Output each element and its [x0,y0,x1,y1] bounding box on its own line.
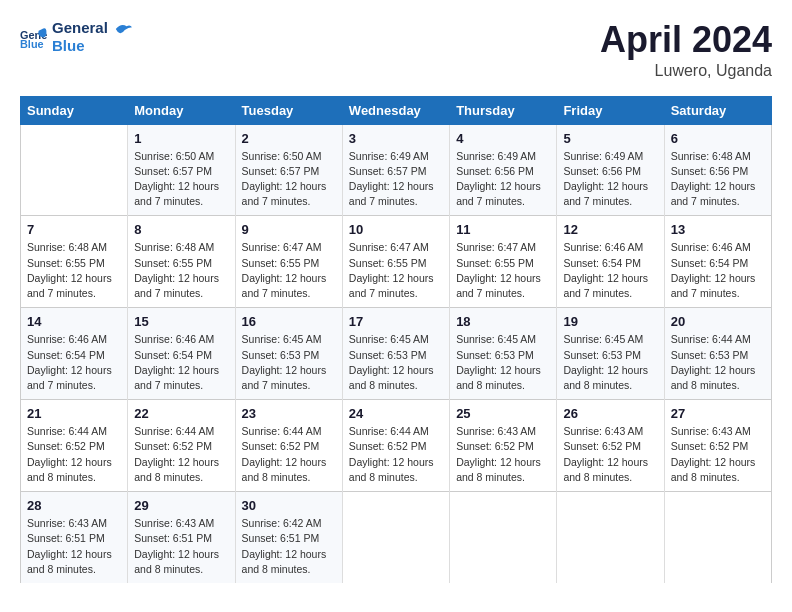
day-info: Sunrise: 6:46 AM Sunset: 6:54 PM Dayligh… [134,332,228,393]
calendar-cell: 15Sunrise: 6:46 AM Sunset: 6:54 PM Dayli… [128,308,235,400]
day-info: Sunrise: 6:45 AM Sunset: 6:53 PM Dayligh… [456,332,550,393]
calendar-cell: 20Sunrise: 6:44 AM Sunset: 6:53 PM Dayli… [664,308,771,400]
day-number: 13 [671,222,765,237]
day-info: Sunrise: 6:45 AM Sunset: 6:53 PM Dayligh… [349,332,443,393]
calendar-cell: 2Sunrise: 6:50 AM Sunset: 6:57 PM Daylig… [235,124,342,216]
day-info: Sunrise: 6:48 AM Sunset: 6:55 PM Dayligh… [27,240,121,301]
day-number: 2 [242,131,336,146]
day-info: Sunrise: 6:46 AM Sunset: 6:54 PM Dayligh… [27,332,121,393]
day-number: 24 [349,406,443,421]
day-info: Sunrise: 6:50 AM Sunset: 6:57 PM Dayligh… [134,149,228,210]
day-number: 9 [242,222,336,237]
day-info: Sunrise: 6:48 AM Sunset: 6:55 PM Dayligh… [134,240,228,301]
calendar-cell: 21Sunrise: 6:44 AM Sunset: 6:52 PM Dayli… [21,400,128,492]
calendar-cell: 28Sunrise: 6:43 AM Sunset: 6:51 PM Dayli… [21,492,128,583]
day-info: Sunrise: 6:44 AM Sunset: 6:52 PM Dayligh… [242,424,336,485]
calendar-cell: 7Sunrise: 6:48 AM Sunset: 6:55 PM Daylig… [21,216,128,308]
calendar-cell [21,124,128,216]
calendar-cell: 16Sunrise: 6:45 AM Sunset: 6:53 PM Dayli… [235,308,342,400]
calendar-cell: 5Sunrise: 6:49 AM Sunset: 6:56 PM Daylig… [557,124,664,216]
location-subtitle: Luwero, Uganda [600,62,772,80]
day-number: 26 [563,406,657,421]
day-info: Sunrise: 6:46 AM Sunset: 6:54 PM Dayligh… [563,240,657,301]
calendar-table: SundayMondayTuesdayWednesdayThursdayFrid… [20,96,772,583]
calendar-cell: 17Sunrise: 6:45 AM Sunset: 6:53 PM Dayli… [342,308,449,400]
column-header-thursday: Thursday [450,96,557,124]
day-info: Sunrise: 6:49 AM Sunset: 6:56 PM Dayligh… [563,149,657,210]
day-number: 28 [27,498,121,513]
day-number: 27 [671,406,765,421]
calendar-cell: 11Sunrise: 6:47 AM Sunset: 6:55 PM Dayli… [450,216,557,308]
week-row-5: 28Sunrise: 6:43 AM Sunset: 6:51 PM Dayli… [21,492,772,583]
calendar-cell: 10Sunrise: 6:47 AM Sunset: 6:55 PM Dayli… [342,216,449,308]
logo-blue: Blue [52,38,132,55]
day-info: Sunrise: 6:44 AM Sunset: 6:53 PM Dayligh… [671,332,765,393]
title-block: April 2024 Luwero, Uganda [600,20,772,80]
day-info: Sunrise: 6:48 AM Sunset: 6:56 PM Dayligh… [671,149,765,210]
day-info: Sunrise: 6:43 AM Sunset: 6:51 PM Dayligh… [27,516,121,577]
day-number: 7 [27,222,121,237]
svg-text:Blue: Blue [20,38,44,50]
day-number: 11 [456,222,550,237]
logo: General Blue General Blue [20,20,132,55]
calendar-cell: 3Sunrise: 6:49 AM Sunset: 6:57 PM Daylig… [342,124,449,216]
column-header-wednesday: Wednesday [342,96,449,124]
day-number: 17 [349,314,443,329]
week-row-3: 14Sunrise: 6:46 AM Sunset: 6:54 PM Dayli… [21,308,772,400]
day-info: Sunrise: 6:44 AM Sunset: 6:52 PM Dayligh… [27,424,121,485]
day-info: Sunrise: 6:43 AM Sunset: 6:52 PM Dayligh… [671,424,765,485]
day-info: Sunrise: 6:43 AM Sunset: 6:52 PM Dayligh… [563,424,657,485]
day-info: Sunrise: 6:47 AM Sunset: 6:55 PM Dayligh… [456,240,550,301]
day-number: 8 [134,222,228,237]
day-info: Sunrise: 6:49 AM Sunset: 6:57 PM Dayligh… [349,149,443,210]
calendar-cell: 18Sunrise: 6:45 AM Sunset: 6:53 PM Dayli… [450,308,557,400]
calendar-cell: 12Sunrise: 6:46 AM Sunset: 6:54 PM Dayli… [557,216,664,308]
calendar-cell: 6Sunrise: 6:48 AM Sunset: 6:56 PM Daylig… [664,124,771,216]
day-info: Sunrise: 6:44 AM Sunset: 6:52 PM Dayligh… [349,424,443,485]
day-number: 16 [242,314,336,329]
calendar-header-row: SundayMondayTuesdayWednesdayThursdayFrid… [21,96,772,124]
logo-bird-icon [114,20,132,38]
calendar-cell: 23Sunrise: 6:44 AM Sunset: 6:52 PM Dayli… [235,400,342,492]
calendar-cell: 1Sunrise: 6:50 AM Sunset: 6:57 PM Daylig… [128,124,235,216]
day-number: 20 [671,314,765,329]
day-number: 10 [349,222,443,237]
day-number: 23 [242,406,336,421]
calendar-cell [664,492,771,583]
day-number: 30 [242,498,336,513]
calendar-cell [342,492,449,583]
day-number: 3 [349,131,443,146]
calendar-cell: 27Sunrise: 6:43 AM Sunset: 6:52 PM Dayli… [664,400,771,492]
day-info: Sunrise: 6:45 AM Sunset: 6:53 PM Dayligh… [242,332,336,393]
calendar-cell: 14Sunrise: 6:46 AM Sunset: 6:54 PM Dayli… [21,308,128,400]
day-number: 18 [456,314,550,329]
calendar-cell: 9Sunrise: 6:47 AM Sunset: 6:55 PM Daylig… [235,216,342,308]
day-number: 19 [563,314,657,329]
column-header-saturday: Saturday [664,96,771,124]
calendar-cell: 8Sunrise: 6:48 AM Sunset: 6:55 PM Daylig… [128,216,235,308]
week-row-2: 7Sunrise: 6:48 AM Sunset: 6:55 PM Daylig… [21,216,772,308]
day-number: 25 [456,406,550,421]
calendar-cell [557,492,664,583]
day-info: Sunrise: 6:42 AM Sunset: 6:51 PM Dayligh… [242,516,336,577]
calendar-cell: 13Sunrise: 6:46 AM Sunset: 6:54 PM Dayli… [664,216,771,308]
week-row-4: 21Sunrise: 6:44 AM Sunset: 6:52 PM Dayli… [21,400,772,492]
day-number: 15 [134,314,228,329]
column-header-monday: Monday [128,96,235,124]
day-number: 29 [134,498,228,513]
day-number: 1 [134,131,228,146]
day-number: 22 [134,406,228,421]
day-info: Sunrise: 6:43 AM Sunset: 6:51 PM Dayligh… [134,516,228,577]
month-year-title: April 2024 [600,20,772,60]
day-info: Sunrise: 6:50 AM Sunset: 6:57 PM Dayligh… [242,149,336,210]
column-header-friday: Friday [557,96,664,124]
week-row-1: 1Sunrise: 6:50 AM Sunset: 6:57 PM Daylig… [21,124,772,216]
calendar-cell: 26Sunrise: 6:43 AM Sunset: 6:52 PM Dayli… [557,400,664,492]
day-number: 4 [456,131,550,146]
logo-icon: General Blue [20,23,48,51]
day-info: Sunrise: 6:47 AM Sunset: 6:55 PM Dayligh… [242,240,336,301]
day-info: Sunrise: 6:45 AM Sunset: 6:53 PM Dayligh… [563,332,657,393]
page-header: General Blue General Blue April 2024 Luw… [20,20,772,80]
calendar-cell: 30Sunrise: 6:42 AM Sunset: 6:51 PM Dayli… [235,492,342,583]
calendar-cell: 19Sunrise: 6:45 AM Sunset: 6:53 PM Dayli… [557,308,664,400]
